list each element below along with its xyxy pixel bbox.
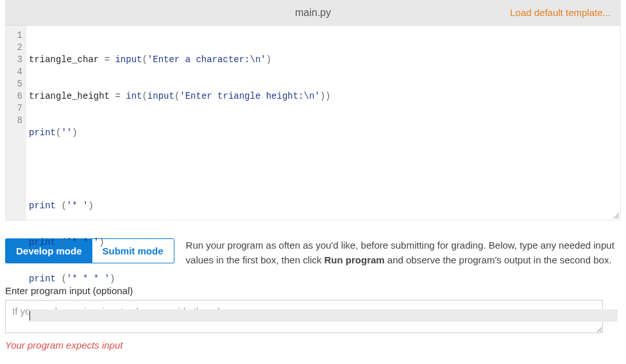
line-number: 6	[6, 90, 26, 103]
code-content[interactable]: triangle_char = input('Enter a character…	[26, 26, 620, 220]
line-number: 5	[6, 78, 26, 90]
line-number: 3	[6, 54, 26, 66]
code-line: print ('* * ')	[29, 236, 618, 249]
code-line: print('')	[29, 127, 618, 139]
editor-container: main.py Load default template... 1 2 3 4…	[5, 0, 621, 220]
load-template-link[interactable]: Load default template...	[510, 7, 611, 18]
line-gutter: 1 2 3 4 5 6 7 8	[6, 26, 26, 220]
code-line	[29, 163, 618, 176]
filename-label: main.py	[295, 7, 331, 19]
code-line: triangle_char = input('Enter a character…	[29, 54, 618, 66]
line-number: 1	[6, 29, 26, 42]
text-cursor	[30, 311, 30, 320]
code-line: triangle_height = int(input('Enter trian…	[29, 90, 618, 103]
resize-handle-icon[interactable]	[611, 211, 619, 219]
code-line: print ('* ')	[29, 200, 618, 212]
line-number: 2	[6, 42, 26, 54]
editor-header: main.py Load default template...	[5, 0, 621, 26]
code-editor[interactable]: 1 2 3 4 5 6 7 8 triangle_char = input('E…	[5, 26, 621, 220]
code-line: print ('* * * ')	[29, 273, 618, 285]
line-number: 4	[6, 66, 26, 78]
line-number: 8	[6, 115, 26, 127]
code-line-current	[29, 310, 618, 322]
line-number: 7	[6, 103, 26, 115]
